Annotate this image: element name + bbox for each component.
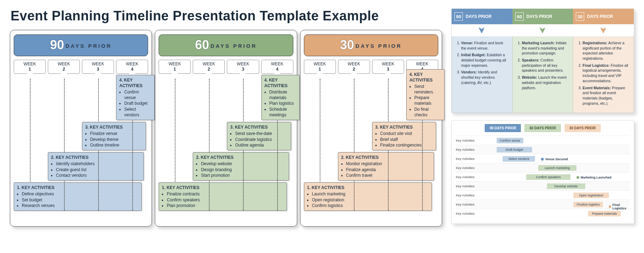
summary-head-60: 60DAYS PRIOR (512, 9, 573, 24)
summary-heads: 90DAYS PRIOR60DAYS PRIOR30DAYS PRIOR (452, 9, 634, 24)
week-word: WEEK (193, 61, 224, 67)
week-column-4: WEEK44. KEY ACTIVITIESSend remindersPrep… (406, 60, 438, 211)
activity-title: 4. KEY ACTIVITIES (264, 77, 297, 89)
page-title: Event Planning Timeline Presentation Tem… (11, 8, 442, 24)
week-column-3: WEEK33. KEY ACTIVITIESConduct site visit… (372, 60, 404, 211)
week-word: WEEK (116, 61, 148, 67)
summary-item: Marketing Launch: Initiate the event's m… (522, 40, 569, 56)
gantt-track: Select vendorsVenue Secured (482, 154, 630, 163)
week-number: 4 (262, 67, 293, 72)
side-panels: 90DAYS PRIOR60DAYS PRIOR30DAYS PRIOR ⮟⮟⮟… (451, 8, 634, 224)
gantt-bar: Confirm speakers (526, 174, 570, 180)
summary-head-label: DAYS PRIOR (466, 14, 492, 19)
week-tab: WEEK4 (261, 60, 293, 74)
week-number: 3 (82, 67, 114, 72)
summary-item: Vendors: Identify and shortlist key vend… (461, 70, 509, 85)
weeks-row: WEEK11. KEY ACTIVITIESLaunch marketingOp… (304, 60, 438, 211)
week-tab: WEEK1 (304, 60, 336, 74)
week-tab: WEEK1 (14, 60, 46, 74)
gantt-row-label: Key Activities (456, 203, 482, 206)
week-number: 1 (159, 67, 190, 72)
week-word: WEEK (304, 61, 336, 67)
week-word: WEEK (262, 61, 293, 67)
page: Event Planning Timeline Presentation Tem… (10, 8, 634, 227)
week-word: WEEK (227, 61, 259, 67)
week-tab: WEEK2 (48, 60, 80, 74)
summary-head-label: DAYS PRIOR (587, 14, 613, 19)
summary-item: Registrations: Achieve a significant por… (582, 40, 630, 61)
gantt-row: Key ActivitiesOpen registration (456, 190, 630, 200)
phase-60: 60DAYS PRIORWEEK11. KEY ACTIVITIESFinali… (155, 30, 297, 227)
phase-number: 30 (340, 38, 354, 52)
phase-30: 30DAYS PRIORWEEK11. KEY ACTIVITIESLaunch… (300, 30, 442, 227)
activity-item: Confirm venue (124, 89, 151, 100)
summary-columns: Venue: Finalize and book the event venue… (452, 37, 634, 113)
week-number: 2 (193, 67, 224, 72)
gantt-bar: Open registration (573, 193, 609, 198)
summary-item: Website: Launch the event website and re… (522, 75, 569, 90)
gantt-track: Open registration (482, 191, 630, 200)
week-word: WEEK (372, 61, 404, 67)
gantt-track: Draft budget (482, 145, 630, 154)
week-column-2: WEEK22. KEY ACTIVITIESIdentify stakehold… (48, 60, 80, 211)
gantt-track: Launch marketing (482, 163, 630, 172)
phase-number: 90 (50, 38, 64, 52)
phase-number: 60 (195, 38, 209, 52)
summary-item: Final Logistics: Finalize all logistical… (582, 63, 630, 84)
summary-card: 90DAYS PRIOR60DAYS PRIOR30DAYS PRIOR ⮟⮟⮟… (451, 8, 634, 113)
diamond-icon (609, 205, 611, 208)
summary-item: Event Materials: Prepare and finalize al… (582, 85, 630, 106)
chevron-down-icon: ⮟ (573, 24, 634, 37)
phase-header: 30DAYS PRIOR (304, 34, 438, 56)
gantt-row-label: Key Activities (456, 194, 482, 197)
week-column-1: WEEK11. KEY ACTIVITIESFinalize contracts… (159, 60, 191, 211)
milestone-label: Venue Secured (545, 157, 568, 161)
week-tab: WEEK4 (116, 60, 148, 74)
gantt-row: Key ActivitiesDraft budget (456, 145, 630, 154)
gantt-row: Key ActivitiesLaunch marketing (456, 163, 630, 172)
week-word: WEEK (159, 61, 190, 67)
summary-head-number: 30 (576, 12, 584, 21)
week-word: WEEK (338, 61, 370, 67)
week-column-4: WEEK44. KEY ACTIVITIESDistribute materia… (261, 60, 293, 211)
activity-item: Send reminders (414, 84, 441, 95)
weeks-row: WEEK11. KEY ACTIVITIESDefine objectivesS… (14, 60, 148, 211)
activity-card-4: 4. KEY ACTIVITIESSend remindersPrepare m… (406, 69, 445, 121)
week-column-2: WEEK22. KEY ACTIVITIESDevelop websiteDes… (193, 60, 225, 211)
gantt-tab: 60 DAYS PRIOR (524, 124, 561, 132)
week-column-2: WEEK22. KEY ACTIVITIESMonitor registrati… (338, 60, 370, 211)
gantt-row: Key ActivitiesConfirm speakersMarketing … (456, 172, 630, 181)
phase-header: 90DAYS PRIOR (14, 34, 148, 56)
gantt-row: Key ActivitiesDevelop website (456, 181, 630, 190)
activity-card-4: 4. KEY ACTIVITIESDistribute materialsPla… (261, 75, 300, 120)
phase-label: DAYS PRIOR (356, 43, 402, 49)
week-word: WEEK (14, 61, 45, 67)
phase-label: DAYS PRIOR (211, 43, 257, 49)
week-number: 3 (372, 67, 404, 72)
week-tab: WEEK2 (193, 60, 225, 74)
summary-item: Initial Budget: Establish a detailed bud… (461, 52, 509, 68)
week-column-1: WEEK11. KEY ACTIVITIESDefine objectivesS… (14, 60, 46, 211)
gantt-row-label: Key Activities (456, 157, 482, 161)
chevron-down-icon: ⮟ (452, 24, 512, 37)
gantt-row: Key ActivitiesSelect vendorsVenue Secure… (456, 154, 630, 163)
activity-item: Select vendors (124, 106, 151, 118)
diamond-icon (541, 158, 544, 161)
gantt-tab: 30 DAYS PRIOR (565, 124, 601, 132)
gantt-bar: Launch marketing (538, 165, 576, 171)
week-tab: WEEK1 (159, 60, 191, 74)
week-number: 2 (48, 67, 79, 72)
summary-item: Speakers: Confirm participation of all k… (522, 58, 569, 73)
gantt-chart: Key ActivitiesConfirm venueKey Activitie… (456, 136, 630, 218)
week-number: 1 (14, 67, 45, 72)
diamond-icon (576, 176, 579, 179)
gantt-row-label: Key Activities (456, 175, 482, 179)
gantt-tab: 90 DAYS PRIOR (485, 124, 521, 132)
connector-line (354, 79, 355, 211)
week-number: 2 (338, 67, 370, 72)
week-tab: WEEK2 (338, 60, 370, 74)
connector-line (64, 79, 65, 211)
activity-title: 4. KEY ACTIVITIES (119, 77, 151, 89)
gantt-row-label: Key Activities (456, 212, 482, 215)
activity-item: Distribute materials (269, 89, 297, 100)
